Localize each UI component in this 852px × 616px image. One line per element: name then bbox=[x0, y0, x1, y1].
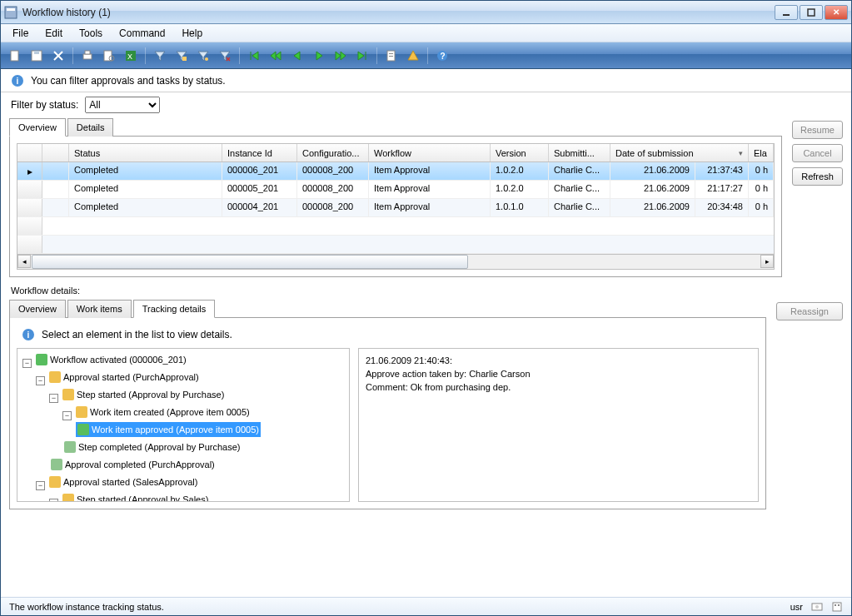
details-info-text: Select an element in the list to view de… bbox=[42, 329, 232, 340]
company-icon[interactable] bbox=[831, 601, 843, 613]
col-version[interactable]: Version bbox=[491, 144, 549, 161]
step-icon bbox=[62, 494, 74, 501]
top-tabstrip: Overview Details bbox=[9, 117, 782, 137]
filter-status-select[interactable]: All bbox=[85, 97, 160, 113]
tree-toggle[interactable]: − bbox=[49, 394, 58, 403]
menu-help[interactable]: Help bbox=[175, 26, 209, 41]
filter-by-selection-icon[interactable] bbox=[172, 47, 191, 65]
table-row[interactable] bbox=[17, 236, 774, 254]
delete-icon[interactable] bbox=[49, 47, 67, 65]
menu-file[interactable]: File bbox=[6, 26, 35, 41]
window-close-button[interactable]: ✕ bbox=[825, 5, 848, 20]
remove-filter-icon[interactable] bbox=[216, 47, 234, 65]
svg-rect-3 bbox=[808, 9, 815, 16]
save-icon[interactable] bbox=[27, 47, 46, 65]
filter-label: Filter by status: bbox=[11, 99, 78, 111]
table-row[interactable]: ▸ Completed 000006_201 000008_200 Item A… bbox=[17, 162, 774, 181]
toolbar: X ? bbox=[1, 42, 851, 69]
window-title: Workflow history (1) bbox=[22, 7, 775, 18]
col-configuration[interactable]: Configuratio... bbox=[297, 144, 369, 161]
svg-rect-26 bbox=[833, 603, 841, 611]
new-icon[interactable] bbox=[6, 47, 24, 65]
help-icon[interactable]: ? bbox=[433, 47, 451, 65]
last-record-icon[interactable] bbox=[353, 47, 371, 65]
statusbar: The workflow instance tracking status. u… bbox=[1, 597, 851, 615]
menu-tools[interactable]: Tools bbox=[72, 26, 109, 41]
approval-icon bbox=[49, 371, 61, 383]
tree-toggle[interactable]: − bbox=[36, 481, 45, 490]
table-row[interactable] bbox=[17, 217, 774, 236]
col-elapsed[interactable]: Ela bbox=[749, 144, 774, 161]
svg-text:X: X bbox=[127, 52, 132, 61]
print-preview-icon[interactable] bbox=[100, 47, 118, 65]
info-text: You can filter approvals and tasks by st… bbox=[31, 75, 226, 87]
next-record-icon[interactable] bbox=[310, 47, 328, 65]
reassign-button[interactable]: Reassign bbox=[776, 302, 843, 320]
document-handling-icon[interactable] bbox=[382, 47, 401, 65]
svg-point-14 bbox=[205, 57, 208, 61]
prev-record-icon[interactable] bbox=[288, 47, 306, 65]
tree-node-selected[interactable]: Work item approved (Approve item 0005) bbox=[76, 422, 261, 437]
tree-toggle[interactable]: − bbox=[62, 411, 72, 420]
menu-edit[interactable]: Edit bbox=[38, 26, 69, 41]
app-icon bbox=[4, 6, 17, 19]
window-maximize-button[interactable] bbox=[800, 5, 823, 20]
svg-text:?: ? bbox=[441, 52, 446, 61]
refresh-button[interactable]: Refresh bbox=[792, 167, 843, 186]
table-row[interactable]: Completed 000005_201 000008_200 Item App… bbox=[17, 181, 774, 199]
scroll-left-icon[interactable]: ◂ bbox=[17, 255, 31, 268]
table-row[interactable]: Completed 000004_201 000008_200 Item App… bbox=[17, 199, 774, 217]
export-excel-icon[interactable]: X bbox=[122, 47, 140, 65]
svg-rect-16 bbox=[389, 53, 393, 54]
bottom-tabstrip: Overview Work items Tracking details bbox=[9, 299, 766, 318]
filter-row: Filter by status: All bbox=[1, 92, 851, 117]
tab-details[interactable]: Details bbox=[67, 118, 114, 137]
menubar: File Edit Tools Command Help bbox=[1, 24, 851, 42]
tab-overview-bottom[interactable]: Overview bbox=[9, 300, 66, 318]
svg-rect-13 bbox=[182, 57, 187, 61]
scroll-thumb[interactable] bbox=[32, 255, 468, 269]
info-bar: i You can filter approvals and tasks by … bbox=[1, 69, 851, 92]
prev-page-icon[interactable] bbox=[267, 47, 285, 65]
status-user: usr bbox=[790, 602, 803, 612]
currency-icon[interactable] bbox=[811, 601, 823, 613]
col-submitter[interactable]: Submitti... bbox=[549, 144, 610, 161]
col-workflow[interactable]: Workflow bbox=[369, 144, 491, 161]
next-page-icon[interactable] bbox=[331, 47, 350, 65]
tree-toggle[interactable]: − bbox=[36, 376, 45, 385]
approved-icon bbox=[77, 424, 89, 435]
svg-rect-2 bbox=[783, 14, 790, 16]
col-date[interactable]: Date of submission bbox=[610, 144, 749, 161]
resume-button[interactable]: Resume bbox=[792, 121, 843, 139]
titlebar: Workflow history (1) ✕ bbox=[1, 1, 851, 24]
svg-rect-7 bbox=[83, 54, 92, 59]
window-minimize-button[interactable] bbox=[775, 5, 798, 20]
print-icon[interactable] bbox=[78, 47, 97, 65]
workflow-icon bbox=[36, 354, 47, 365]
menu-command[interactable]: Command bbox=[112, 26, 172, 41]
svg-text:i: i bbox=[27, 330, 30, 340]
col-instance[interactable]: Instance Id bbox=[222, 144, 297, 161]
alerts-icon[interactable] bbox=[404, 47, 422, 65]
approval-completed-icon bbox=[51, 459, 62, 470]
col-status[interactable]: Status bbox=[69, 144, 222, 161]
tree-toggle[interactable]: − bbox=[49, 499, 58, 501]
grid-horizontal-scrollbar[interactable]: ◂ ▸ bbox=[17, 254, 774, 269]
tab-work-items[interactable]: Work items bbox=[67, 300, 132, 318]
filter-by-field-icon[interactable] bbox=[194, 47, 212, 65]
tab-tracking-details[interactable]: Tracking details bbox=[133, 300, 216, 318]
filter-icon[interactable] bbox=[151, 47, 169, 65]
first-record-icon[interactable] bbox=[245, 47, 263, 65]
tab-overview[interactable]: Overview bbox=[9, 118, 66, 137]
svg-rect-1 bbox=[7, 8, 15, 11]
svg-point-25 bbox=[815, 605, 819, 609]
detail-text-panel: 21.06.2009 21:40:43: Approve action take… bbox=[358, 348, 759, 502]
svg-rect-4 bbox=[11, 51, 18, 61]
info-icon: i bbox=[11, 74, 24, 87]
tree-toggle[interactable]: − bbox=[22, 359, 32, 368]
cancel-button[interactable]: Cancel bbox=[792, 144, 843, 162]
svg-rect-27 bbox=[835, 604, 836, 606]
svg-rect-17 bbox=[389, 56, 393, 57]
tracking-tree[interactable]: −Workflow activated (000006_201) −Approv… bbox=[17, 349, 349, 501]
scroll-right-icon[interactable]: ▸ bbox=[760, 255, 774, 268]
